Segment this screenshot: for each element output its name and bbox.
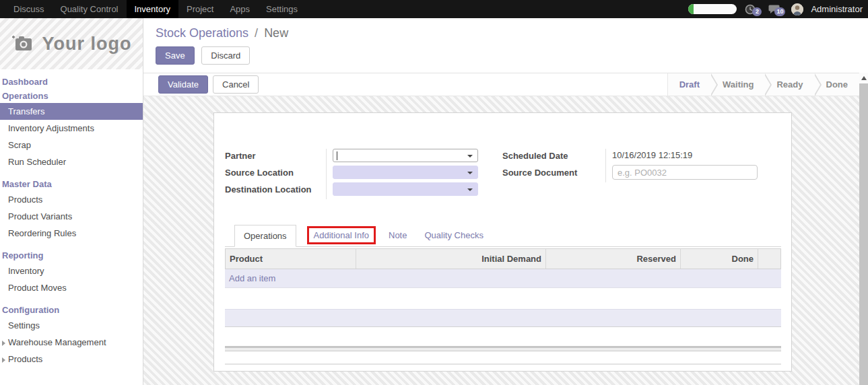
column-extra xyxy=(758,249,780,269)
column-done[interactable]: Done xyxy=(681,249,758,269)
source-location-input[interactable] xyxy=(333,166,478,179)
menu-inventory[interactable]: Inventory xyxy=(127,0,178,18)
scrollbar-up-button[interactable] xyxy=(859,73,868,83)
sidebar-menu: Dashboard Operations Transfers Inventory… xyxy=(0,69,143,368)
menu-discuss[interactable]: Discuss xyxy=(5,0,53,18)
label-field-divider xyxy=(605,149,606,182)
form-sheet: Partner Source Location xyxy=(213,112,792,372)
app-menus: Discuss Quality Control Inventory Projec… xyxy=(0,0,306,18)
source-document-label: Source Document xyxy=(502,168,605,178)
sidebar-header-configuration[interactable]: Configuration xyxy=(0,303,143,317)
scrollbar-thumb[interactable] xyxy=(859,83,868,385)
label-field-divider xyxy=(326,149,327,199)
source-document-input[interactable] xyxy=(612,165,758,180)
menu-quality-control[interactable]: Quality Control xyxy=(53,0,127,18)
tab-quality-checks[interactable]: Quality Checks xyxy=(415,225,492,246)
sidebar-item-product-moves[interactable]: Product Moves xyxy=(0,279,143,296)
status-step-waiting[interactable]: Waiting xyxy=(711,73,765,96)
sidebar-item-inventory-report[interactable]: Inventory xyxy=(0,262,143,279)
column-reserved[interactable]: Reserved xyxy=(546,249,681,269)
messages-bubble-icon[interactable]: 10 xyxy=(768,3,780,15)
footer-divider xyxy=(225,363,781,365)
discard-button[interactable]: Discard xyxy=(201,46,250,65)
vertical-scrollbar[interactable] xyxy=(859,73,868,385)
sidebar-item-scrap[interactable]: Scrap xyxy=(0,137,143,153)
sidebar-header-master-data[interactable]: Master Data xyxy=(0,177,143,191)
app-window: Discuss Quality Control Inventory Projec… xyxy=(0,0,868,385)
destination-location-input[interactable] xyxy=(333,182,478,196)
messages-badge: 10 xyxy=(774,7,785,16)
form-statusbar-row: Validate Cancel Draft Waiting Ready Done xyxy=(143,73,868,96)
breadcrumb-separator: / xyxy=(252,26,261,40)
operations-table: Product Initial Demand Reserved Done Add… xyxy=(225,248,781,288)
menu-project[interactable]: Project xyxy=(178,0,222,18)
form-group-right: Scheduled Date 10/16/2019 12:15:19 Sourc… xyxy=(502,149,781,182)
sidebar-item-label: Products xyxy=(8,354,42,364)
menu-apps[interactable]: Apps xyxy=(222,0,258,18)
control-panel: Stock Operations / New Save Discard xyxy=(143,18,868,73)
sidebar-item-product-variants[interactable]: Product Variants xyxy=(0,208,143,225)
company-logo[interactable]: Your logo xyxy=(0,18,143,69)
scheduled-date-label: Scheduled Date xyxy=(502,151,605,161)
validate-button[interactable]: Validate xyxy=(158,75,208,94)
notebook-tabs: Operations Additional Info Note Quality … xyxy=(225,225,781,247)
avatar[interactable] xyxy=(791,3,803,15)
sidebar-item-run-scheduler[interactable]: Run Scheduler xyxy=(0,153,143,170)
sidebar-item-settings[interactable]: Settings xyxy=(0,317,143,334)
partner-label: Partner xyxy=(225,151,326,161)
column-product[interactable]: Product xyxy=(226,249,356,269)
table-add-row: Add an item xyxy=(225,269,781,288)
arrow-up-icon xyxy=(861,76,867,80)
sidebar-item-transfers[interactable]: Transfers xyxy=(0,103,143,120)
status-step-ready[interactable]: Ready xyxy=(765,73,814,96)
scheduled-date-value[interactable]: 10/16/2019 12:15:19 xyxy=(612,150,692,160)
systray: 2 10 Administrator xyxy=(688,0,868,18)
column-initial-demand[interactable]: Initial Demand xyxy=(356,249,546,269)
sidebar: Your logo Dashboard Operations Transfers… xyxy=(0,18,143,385)
destination-location-label: Destination Location xyxy=(225,184,326,195)
caret-down-icon[interactable] xyxy=(467,155,473,158)
empty-list-row xyxy=(225,309,781,327)
logo-text: Your logo xyxy=(42,34,132,55)
sidebar-item-reordering-rules[interactable]: Reordering Rules xyxy=(0,225,143,242)
activities-clock-icon[interactable]: 2 xyxy=(744,3,756,15)
camera-plus-icon xyxy=(11,34,36,53)
sidebar-item-config-products[interactable]: Products xyxy=(0,351,143,368)
status-pipeline: Draft Waiting Ready Done xyxy=(667,73,859,96)
cancel-button[interactable]: Cancel xyxy=(213,75,259,94)
chevron-right-icon xyxy=(2,357,5,363)
breadcrumb-stock-operations[interactable]: Stock Operations xyxy=(156,26,248,40)
workflow-buttons: Validate Cancel xyxy=(143,73,667,96)
sidebar-item-warehouse-management[interactable]: Warehouse Management xyxy=(0,334,143,351)
partner-input[interactable] xyxy=(333,149,478,162)
table-header-row: Product Initial Demand Reserved Done xyxy=(225,248,781,269)
chevron-right-icon xyxy=(2,341,5,346)
sidebar-header-dashboard[interactable]: Dashboard xyxy=(0,75,143,89)
tab-note[interactable]: Note xyxy=(380,225,415,246)
caret-down-icon[interactable] xyxy=(467,172,473,174)
add-an-item-link[interactable]: Add an item xyxy=(229,273,275,283)
sidebar-header-operations[interactable]: Operations xyxy=(0,89,143,103)
tab-operations[interactable]: Operations xyxy=(234,225,296,247)
save-button[interactable]: Save xyxy=(156,46,195,65)
status-step-draft[interactable]: Draft xyxy=(668,73,711,96)
footer-bar xyxy=(225,346,781,351)
progress-pill xyxy=(688,4,737,14)
tab-additional-info[interactable]: Additional Info xyxy=(314,230,369,240)
breadcrumb: Stock Operations / New xyxy=(156,26,868,40)
sidebar-item-label: Warehouse Management xyxy=(8,337,106,347)
source-location-label: Source Location xyxy=(225,168,326,178)
progress-fill xyxy=(688,4,694,14)
user-menu[interactable]: Administrator xyxy=(811,4,863,14)
highlight-box: Additional Info xyxy=(307,226,376,244)
caret-down-icon[interactable] xyxy=(467,188,473,191)
sidebar-item-products[interactable]: Products xyxy=(0,191,143,208)
sidebar-header-reporting[interactable]: Reporting xyxy=(0,248,143,262)
main-area: Stock Operations / New Save Discard Vali… xyxy=(143,18,868,385)
header-buttons: Save Discard xyxy=(156,46,868,65)
activities-badge: 2 xyxy=(752,7,762,16)
menu-settings[interactable]: Settings xyxy=(258,0,306,18)
sidebar-item-inventory-adjustments[interactable]: Inventory Adjustments xyxy=(0,120,143,137)
form-view-background: Partner Source Location xyxy=(143,96,868,385)
text-cursor xyxy=(337,151,337,160)
